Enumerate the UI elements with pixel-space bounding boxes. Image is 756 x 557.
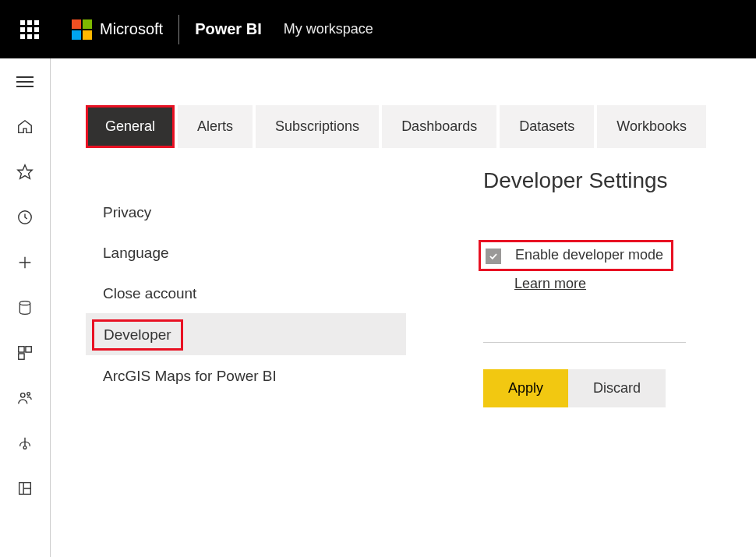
detail-title: Developer Settings — [483, 168, 686, 193]
main-content: General Alerts Subscriptions Dashboards … — [51, 58, 756, 557]
workspace-name[interactable]: My workspace — [284, 21, 373, 37]
svg-rect-4 — [26, 347, 31, 352]
left-rail — [0, 58, 51, 557]
app-launcher-icon[interactable] — [11, 11, 48, 48]
tab-workbooks[interactable]: Workbooks — [597, 105, 706, 148]
detail-panel: Developer Settings Enable developer mode… — [475, 168, 686, 407]
divider — [483, 342, 686, 343]
tab-subscriptions[interactable]: Subscriptions — [256, 105, 379, 148]
tab-general[interactable]: General — [86, 105, 175, 148]
hamburger-icon[interactable] — [16, 72, 34, 91]
svg-rect-3 — [19, 347, 24, 352]
learn-more-link[interactable]: Learn more — [514, 276, 686, 292]
settings-item-privacy[interactable]: Privacy — [86, 192, 475, 232]
product-name[interactable]: Power BI — [195, 20, 262, 38]
settings-item-label: Developer — [92, 319, 183, 351]
separator — [178, 15, 179, 44]
microsoft-label: Microsoft — [100, 20, 163, 38]
svg-rect-5 — [19, 354, 24, 359]
tab-bar: General Alerts Subscriptions Dashboards … — [86, 105, 756, 148]
checkbox-icon[interactable] — [486, 249, 501, 264]
settings-item-developer[interactable]: Developer — [86, 313, 406, 355]
tab-alerts[interactable]: Alerts — [178, 105, 253, 148]
create-icon[interactable] — [16, 253, 34, 272]
svg-point-7 — [27, 393, 30, 396]
home-icon[interactable] — [16, 118, 34, 136]
data-icon[interactable] — [16, 298, 34, 317]
settings-item-arcgis[interactable]: ArcGIS Maps for Power BI — [86, 355, 475, 396]
svg-point-8 — [23, 446, 26, 449]
microsoft-logo[interactable]: Microsoft — [72, 19, 163, 40]
workspaces-icon[interactable] — [16, 479, 34, 498]
learn-icon[interactable] — [16, 434, 34, 453]
svg-point-2 — [19, 301, 30, 305]
apply-button[interactable]: Apply — [483, 369, 568, 407]
settings-nav: Privacy Language Close account Developer… — [86, 192, 475, 407]
enable-developer-mode-row[interactable]: Enable developer mode — [479, 240, 673, 271]
checkbox-label: Enable developer mode — [515, 247, 663, 263]
settings-item-close-account[interactable]: Close account — [86, 273, 475, 313]
apps-icon[interactable] — [16, 344, 34, 362]
recent-icon[interactable] — [16, 208, 34, 227]
tab-dashboards[interactable]: Dashboards — [382, 105, 496, 148]
svg-marker-0 — [18, 165, 32, 178]
microsoft-logo-icon — [72, 19, 92, 40]
top-bar: Microsoft Power BI My workspace — [0, 0, 756, 58]
settings-item-language[interactable]: Language — [86, 232, 475, 273]
svg-point-6 — [21, 393, 26, 398]
shared-icon[interactable] — [16, 389, 34, 407]
tab-datasets[interactable]: Datasets — [500, 105, 594, 148]
button-row: Apply Discard — [483, 369, 686, 407]
favorites-icon[interactable] — [16, 163, 34, 182]
discard-button[interactable]: Discard — [568, 369, 666, 407]
